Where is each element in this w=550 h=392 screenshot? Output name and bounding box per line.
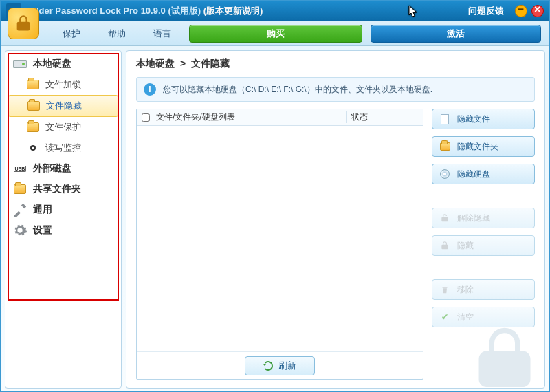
breadcrumb: 本地硬盘 > 文件隐藏 <box>126 51 544 77</box>
hide-folder-button[interactable]: 隐藏文件夹 <box>432 136 535 157</box>
clear-button[interactable]: ✔ 清空 <box>432 307 535 327</box>
shared-folder-icon <box>12 183 28 195</box>
buy-button[interactable]: 购买 <box>189 25 362 43</box>
cd-icon <box>439 168 450 179</box>
menu-protect[interactable]: 保护 <box>49 21 94 45</box>
sidebar-cat-label: 通用 <box>33 204 52 216</box>
sidebar: 本地硬盘 文件加锁 文件隐藏 文件保护 读写监控 USB <box>5 50 122 389</box>
sidebar-cat-label: 外部磁盘 <box>33 162 72 175</box>
usb-icon: USB <box>12 162 28 175</box>
menu-help[interactable]: 帮助 <box>94 21 140 45</box>
svg-point-1 <box>32 147 34 149</box>
hint-text: 您可以隐藏本地硬盘（C:\ D:\ E:\ F:\ G:\）中的文件、文件夹以及… <box>163 84 432 96</box>
sidebar-cat-settings[interactable]: 设置 <box>8 220 118 241</box>
app-title: Folder Password Lock Pro 10.9.0 (试用版) (版… <box>25 5 263 17</box>
action-column: 隐藏文件 隐藏文件夹 隐藏硬盘 解除隐藏 <box>432 109 535 380</box>
info-icon: i <box>144 83 156 96</box>
sidebar-cat-shared[interactable]: 共享文件夹 <box>8 179 118 199</box>
logo-box <box>1 21 42 45</box>
disk-icon <box>12 58 28 70</box>
remove-button[interactable]: 移除 <box>432 279 535 300</box>
sidebar-item-file-lock[interactable]: 文件加锁 <box>8 74 118 95</box>
gear-icon <box>12 224 28 237</box>
sidebar-item-rw-monitor[interactable]: 读写监控 <box>8 138 118 158</box>
remove-icon <box>439 284 450 295</box>
main-panel: 本地硬盘 > 文件隐藏 i 您可以隐藏本地硬盘（C:\ D:\ E:\ F:\ … <box>126 50 545 389</box>
activate-button[interactable]: 激活 <box>371 25 541 43</box>
sidebar-cat-external[interactable]: USB 外部磁盘 <box>8 158 118 179</box>
unlock-icon <box>439 213 450 224</box>
check-icon: ✔ <box>439 312 450 323</box>
hide-disk-button[interactable]: 隐藏硬盘 <box>432 164 535 184</box>
sidebar-item-file-hide[interactable]: 文件隐藏 <box>8 95 118 117</box>
sidebar-cat-general[interactable]: 通用 <box>8 199 118 220</box>
list-body <box>137 126 423 351</box>
col-status[interactable]: 状态 <box>347 111 423 123</box>
menu-bar: 保护 帮助 语言 购买 激活 <box>1 21 549 46</box>
monitor-icon <box>26 142 40 153</box>
sidebar-cat-label: 共享文件夹 <box>33 183 81 195</box>
sidebar-cat-label: 本地硬盘 <box>33 58 72 70</box>
file-icon <box>439 113 450 124</box>
sidebar-cat-label: 设置 <box>33 224 52 237</box>
folder-icon <box>27 100 41 111</box>
refresh-icon <box>263 361 273 371</box>
wrench-icon <box>12 204 28 216</box>
minimize-button[interactable] <box>515 5 527 17</box>
list-header: 文件/文件夹/硬盘列表 状态 <box>137 109 423 126</box>
refresh-button[interactable]: 刷新 <box>245 356 315 375</box>
feedback-link[interactable]: 问题反馈 <box>468 5 504 17</box>
sidebar-cat-local-disk[interactable]: 本地硬盘 <box>8 54 118 74</box>
unhide-button[interactable]: 解除隐藏 <box>432 208 535 228</box>
select-all-checkbox[interactable] <box>142 113 150 122</box>
sidebar-item-label: 文件保护 <box>45 121 81 133</box>
sidebar-item-label: 读写监控 <box>45 142 81 154</box>
hide-file-button[interactable]: 隐藏文件 <box>432 109 535 129</box>
hide-button[interactable]: 隐藏 <box>432 235 535 256</box>
folder-icon <box>26 79 40 90</box>
sidebar-item-file-protect[interactable]: 文件保护 <box>8 117 118 138</box>
folder-icon <box>26 122 40 133</box>
lock-logo-icon <box>8 8 39 39</box>
title-bar: Folder Password Lock Pro 10.9.0 (试用版) (版… <box>1 1 549 21</box>
close-button[interactable] <box>531 5 544 17</box>
folder-icon <box>439 141 450 152</box>
menu-language[interactable]: 语言 <box>140 21 185 45</box>
sidebar-item-label: 文件隐藏 <box>46 100 82 112</box>
app-window: Folder Password Lock Pro 10.9.0 (试用版) (版… <box>0 0 550 392</box>
file-list: 文件/文件夹/硬盘列表 状态 刷新 <box>136 109 424 380</box>
sidebar-item-label: 文件加锁 <box>45 78 81 91</box>
col-name[interactable]: 文件/文件夹/硬盘列表 <box>155 111 347 123</box>
hint-bar: i 您可以隐藏本地硬盘（C:\ D:\ E:\ F:\ G:\）中的文件、文件夹… <box>136 77 535 102</box>
lock-icon <box>439 240 450 251</box>
